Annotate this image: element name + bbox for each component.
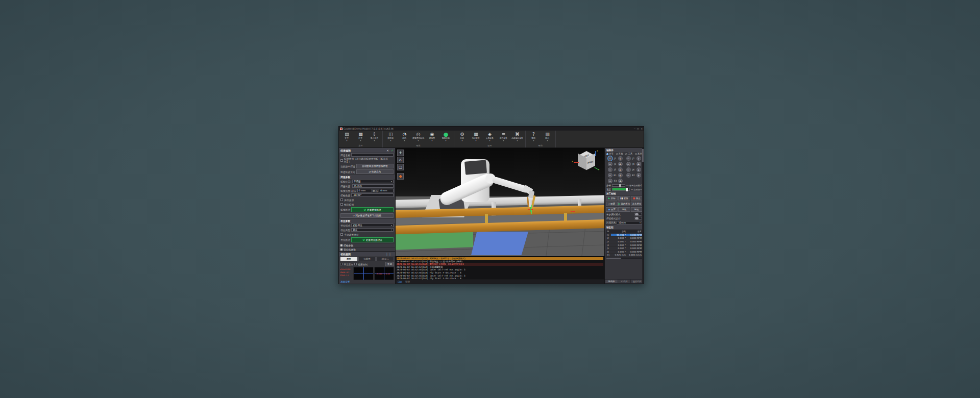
update-weld-path-button[interactable]: ↺更新焊接路径 <box>351 207 394 212</box>
close-icon[interactable]: × <box>641 128 643 130</box>
positioner-params-section[interactable]: 变位机参数 <box>339 247 395 251</box>
jog-plus-button[interactable]: + <box>636 162 641 166</box>
continuous-button[interactable]: 连续 <box>618 207 630 212</box>
table-row[interactable]: J40.000 °0.000 RPM <box>606 243 642 247</box>
multi-segment-checkbox[interactable] <box>340 198 343 201</box>
jog-plus-button[interactable]: + <box>618 173 623 178</box>
panel-confirm-icon[interactable]: ✓ <box>391 148 394 152</box>
table-row[interactable]: E1-3.925 mm0.000 mm/s <box>606 254 642 257</box>
range-start-input[interactable]: 0 mm <box>357 189 372 192</box>
toolbar-help-button[interactable]: ? 帮助 ▾ <box>527 131 541 141</box>
back-distance-select[interactable]: 10mm <box>617 221 642 225</box>
step-debug-toggle[interactable] <box>634 213 642 216</box>
set-button[interactable]: ◉ 设置 <box>606 207 618 212</box>
jog-minus-button[interactable]: − <box>608 179 612 183</box>
stop-button[interactable]: ■ 停止 <box>631 196 643 201</box>
toolbar-open-button[interactable]: ▦ 打开 ▾ <box>354 131 368 141</box>
nav-cube[interactable]: LEFT BACK X Y Z <box>576 151 597 171</box>
toolbar-seam-init-button[interactable]: ◎ 焊缝图初始化 ▾ <box>411 131 425 141</box>
toolbar-craft-params-button[interactable]: ≡ 工艺参数 ▾ <box>497 131 510 141</box>
show-query-checkbox[interactable] <box>340 263 342 265</box>
toolbar-camera-button[interactable]: ◔ 相机 ▾ <box>398 131 411 141</box>
table-row[interactable]: J20.000 °0.000 RPM <box>606 237 642 240</box>
jog-plus-button[interactable]: + <box>636 156 641 161</box>
seam-length-input[interactable]: 25 mm <box>352 184 394 188</box>
panel-vscrollbar[interactable] <box>642 148 644 284</box>
mode-base[interactable]: 基座 <box>635 153 642 155</box>
fit-view-icon[interactable]: + <box>397 150 404 156</box>
profile-control-checkbox[interactable] <box>354 263 357 265</box>
viewport-3d[interactable]: + ⌂ ▢ ◆ <box>396 148 604 256</box>
reverse-track-button[interactable]: ⇄ 轨迹反向 <box>356 169 394 174</box>
log-panel[interactable]: 2023-06-02 16:42:52[CAT] 相机触发：轨迹引导（自动搜索模… <box>396 256 604 280</box>
jog-plus-button[interactable]: + <box>618 167 623 172</box>
toolbar-tracker-button[interactable]: ◫ 跟踪器 ▾ <box>384 131 398 141</box>
jog-minus-button[interactable]: − <box>608 167 612 172</box>
table-hscrollbar[interactable] <box>606 258 643 259</box>
table-row[interactable]: J60.000 °0.000 RPM <box>606 251 642 254</box>
pause-button[interactable]: ▮▮ 暂停 <box>618 196 630 201</box>
speed-slider[interactable] <box>612 188 630 191</box>
start-button[interactable]: ▶ 开始 <box>606 196 618 201</box>
jog-plus-button[interactable]: + <box>636 167 641 172</box>
step-slider[interactable] <box>612 184 625 187</box>
auto-pick-seam-button[interactable]: 自动提取连接焊缝线焊道 <box>356 164 394 168</box>
jog-minus-button[interactable]: − <box>626 162 631 166</box>
torch-pos-select[interactable]: 平焊缝 <box>352 180 394 183</box>
seam-name-input[interactable] <box>351 153 394 157</box>
toolbar-file-button[interactable]: ▤ 文件 ▾ <box>340 131 354 141</box>
tab-profile[interactable]: 轮廓图 <box>358 257 376 261</box>
jog-minus-button[interactable]: − <box>608 156 612 161</box>
toolbar-plc-button[interactable]: ▦ PLC配置 ▾ <box>469 131 483 141</box>
jog-plus-button[interactable]: + <box>618 179 623 183</box>
tab-raw-image[interactable]: 原图 <box>340 257 358 261</box>
update-locate-path-button[interactable]: ↺更新寻位路径点 <box>351 237 394 242</box>
jog-minus-button[interactable]: − <box>626 167 631 172</box>
mode-cartesian[interactable]: 直角 <box>616 153 623 155</box>
camera-preview-left[interactable] <box>353 267 374 280</box>
select-mode-icon[interactable]: ▢ <box>397 164 404 170</box>
toolbar-seam-map-button[interactable]: ◉ 焊缝图 ▾ <box>425 131 439 141</box>
toolbar-import-button[interactable]: ⇩ 导入工件 ▾ <box>368 131 381 141</box>
tab-axis-monitor[interactable]: 轴监控 <box>605 280 618 283</box>
jog-minus-button[interactable]: − <box>626 156 631 161</box>
trigger-button[interactable]: 触发 <box>631 207 643 212</box>
toolbar-tool-button[interactable]: ⚙ 工具 ▾ <box>455 131 469 141</box>
dock-dots-icon[interactable]: ⋮⋮ <box>385 252 391 256</box>
toolbar-advanced-params-button[interactable]: ⌘ 高级编程参数 ▾ <box>510 131 524 141</box>
weld-mode-toggle[interactable] <box>634 217 642 220</box>
table-row[interactable]: J50.000 °0.000 RPM <box>606 247 642 251</box>
jog-plus-button[interactable]: + <box>636 173 641 178</box>
splice-checkbox[interactable] <box>340 159 343 162</box>
tab-alarm-monitor[interactable]: 报警监控 <box>631 280 643 283</box>
jog-minus-button[interactable]: − <box>626 173 631 178</box>
torch-angle-input[interactable]: -18.90° <box>351 193 394 197</box>
mode-joint[interactable]: 关节 <box>606 153 614 155</box>
sync-update-button[interactable]: ↺ 同步更新焊道和飞行路径 <box>340 213 394 218</box>
head-reset-button[interactable]: 从头复位 <box>631 202 643 206</box>
whole-segment-checkbox[interactable] <box>340 203 343 206</box>
tab-io-monitor[interactable]: IO监控 <box>618 280 630 283</box>
toolbar-vision-status-button[interactable]: ● 视觉状态 ▾ <box>439 131 453 141</box>
torch-params-section[interactable]: 焊枪参数 <box>339 243 395 247</box>
table-row[interactable]: J195.708 °0.000 RPM <box>606 234 642 237</box>
toolbar-global-params-button[interactable]: ◈ 全局参数 ▾ <box>483 131 497 141</box>
jog-settings-link[interactable]: ⚙ 点动设置 <box>631 188 642 191</box>
back-button[interactable]: » 回退 <box>606 202 618 206</box>
locate-type-select[interactable]: 两点 <box>351 228 394 232</box>
toolbar-stats-button[interactable]: ▥ 统计 ▾ <box>541 131 554 141</box>
jog-minus-button[interactable]: − <box>608 162 612 166</box>
jog-plus-button[interactable]: + <box>618 156 623 161</box>
title-bar[interactable]: CypWeld(Demo Mode) [7.0.110.6] nuK2.IN ─… <box>339 127 644 131</box>
tab-alarm[interactable]: 报警 <box>405 281 410 283</box>
maximize-icon[interactable]: □ <box>637 128 639 130</box>
jog-mode-link[interactable]: --- 通用点动模式 <box>626 184 642 187</box>
minimize-icon[interactable]: ─ <box>634 128 635 130</box>
range-end-input[interactable]: 0 mm <box>379 189 394 192</box>
mode-tool[interactable]: 工具 <box>625 153 632 155</box>
table-row[interactable]: J30.000 °0.000 RPM <box>606 240 642 244</box>
home-view-icon[interactable]: ⌂ <box>397 157 404 163</box>
jog-minus-button[interactable]: − <box>608 173 612 178</box>
camera-preview-right[interactable]: R 0.00 · L 0.00 <box>374 267 395 280</box>
manual-locate-checkbox[interactable] <box>340 233 343 236</box>
